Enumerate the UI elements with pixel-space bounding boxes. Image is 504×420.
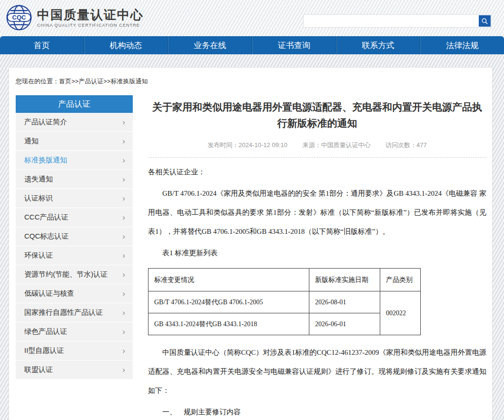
chevron-right-icon: › — [122, 118, 125, 126]
cell-standard-change: GB/T 4706.1-2024替代GB 4706.1-2005 — [148, 291, 309, 313]
standards-table: 标准变更情况新版标准实施日期产品类别 GB/T 4706.1-2024替代GB … — [148, 268, 421, 335]
nav-item[interactable]: 首页 — [0, 36, 84, 54]
chevron-right-icon: › — [122, 366, 125, 374]
paragraph-standards: GB/T 4706.1-2024《家用及类似用途电器的的安全 第1部分：通用要求… — [148, 184, 486, 241]
logo-title: 中国质量认证中心 — [37, 8, 144, 22]
nav-item[interactable]: 证书查询 — [252, 36, 336, 54]
sidebar: 产品认证 产品认证简介›通知›标准换版通知›遗失通知›认证标识›CCC产品认证›… — [16, 95, 133, 420]
breadcrumb-prefix: 您现在的位置： — [16, 78, 59, 85]
sidebar-item-label: 绿色产品认证 — [24, 327, 122, 336]
breadcrumb-link[interactable]: 产品认证 — [79, 78, 103, 85]
cell-product-category: 002022 — [380, 291, 421, 335]
sidebar-item[interactable]: 联盟认证› — [16, 360, 133, 380]
table-column-header: 产品类别 — [380, 269, 421, 291]
search-button[interactable] — [479, 15, 491, 27]
sidebar-item[interactable]: 产品认证简介› — [16, 113, 133, 132]
search-icon — [481, 18, 488, 25]
chevron-right-icon: › — [122, 347, 125, 355]
breadcrumb-link[interactable]: 首页 — [59, 78, 71, 85]
main-nav: 首页机构动态业务在线证书查询联系方式法律法规 — [0, 36, 504, 54]
sidebar-item-label: 遗失通知 — [24, 175, 122, 184]
sidebar-list: 产品认证简介›通知›标准换版通知›遗失通知›认证标识›CCC产品认证›CQC标志… — [16, 113, 133, 380]
nav-item[interactable]: 联系方式 — [336, 36, 420, 54]
sidebar-item[interactable]: 标准换版通知› — [16, 151, 133, 170]
cell-implementation-date: 2026-08-01 — [309, 291, 380, 313]
breadcrumb-separator: >> — [71, 78, 79, 85]
article-source: 来源：中国质量认证中心 — [302, 141, 370, 149]
chevron-right-icon: › — [122, 175, 125, 183]
sidebar-item[interactable]: 低碳认证与核查› — [16, 284, 133, 303]
sidebar-item[interactable]: 绿色产品认证› — [16, 322, 133, 341]
chevron-right-icon: › — [122, 232, 125, 240]
sidebar-item[interactable]: 资源节约(节能、节水)认证› — [16, 265, 133, 284]
logo-subtitle: CHINA QUALITY CERTIFICATION CENTRE — [37, 23, 144, 28]
section-heading-1: 一、 规则主要修订内容 — [148, 402, 486, 420]
sidebar-item[interactable]: 认证标识› — [16, 189, 133, 208]
sidebar-item-label: 通知 — [24, 137, 122, 146]
cqc-globe-icon: CQC — [6, 4, 32, 31]
sidebar-item-label: 标准换版通知 — [24, 156, 122, 165]
chevron-right-icon: › — [122, 290, 125, 298]
chevron-right-icon: › — [122, 309, 125, 317]
table-column-header: 标准变更情况 — [148, 269, 309, 291]
chevron-right-icon: › — [122, 251, 125, 260]
nav-item[interactable]: 业务在线 — [168, 36, 252, 54]
table-body: GB/T 4706.1-2024替代GB 4706.1-20052026-08-… — [148, 291, 421, 335]
logo[interactable]: CQC 中国质量认证中心 CHINA QUALITY CERTIFICATION… — [6, 4, 144, 31]
article-meta: 发布时间：2024-10-12 09:10 来源：中国质量认证中心 访问次数：4… — [148, 141, 486, 158]
nav-item[interactable]: 法律法规 — [420, 36, 504, 54]
publish-time: 发布时间：2024-10-12 09:10 — [208, 141, 287, 149]
chevron-right-icon: › — [122, 328, 125, 336]
chevron-right-icon: › — [122, 156, 125, 164]
article-title: 关于家用和类似用途电器用外置电源适配器、充电器和内置开关电源产品执行新版标准的通… — [148, 95, 486, 131]
breadcrumb-link[interactable]: 标准换版通知 — [110, 78, 148, 85]
site-header: CQC 中国质量认证中心 CHINA QUALITY CERTIFICATION… — [0, 0, 504, 36]
article: 关于家用和类似用途电器用外置电源适配器、充电器和内置开关电源产品执行新版标准的通… — [148, 95, 492, 420]
table-column-header: 新版标准实施日期 — [309, 269, 380, 291]
view-count: 访问次数：477 — [385, 141, 427, 149]
nav-item[interactable]: 机构动态 — [84, 36, 168, 54]
sidebar-item-label: 低碳认证与核查 — [24, 289, 122, 298]
sidebar-item[interactable]: 国家推行自愿性产品认证› — [16, 303, 133, 322]
sidebar-item[interactable]: CQC标志认证› — [16, 227, 133, 246]
sidebar-item-label: II型自愿认证 — [24, 346, 122, 355]
sidebar-item-label: 产品认证简介 — [24, 118, 122, 127]
paragraph-revision: 中国质量认证中心（简称CQC）对涉及表1标准的CQC12-461237-2009… — [148, 343, 486, 400]
salutation: 各相关认证企业： — [148, 162, 486, 181]
breadcrumb: 您现在的位置：首页>>产品认证>>标准换版通知 — [9, 68, 492, 95]
chevron-right-icon: › — [122, 213, 125, 221]
sidebar-item[interactable]: 通知› — [16, 132, 133, 151]
sidebar-title: 产品认证 — [16, 95, 133, 113]
table-row: GB/T 4706.1-2024替代GB 4706.1-20052026-08-… — [148, 291, 421, 313]
sidebar-item-label: 联盟认证 — [24, 365, 122, 374]
sidebar-item-label: 环保认证 — [24, 251, 122, 260]
cell-implementation-date: 2026-06-01 — [309, 313, 380, 335]
sidebar-item-label: 认证标识 — [24, 194, 122, 203]
sidebar-item[interactable]: II型自愿认证› — [16, 341, 133, 360]
content-row: 产品认证 产品认证简介›通知›标准换版通知›遗失通知›认证标识›CCC产品认证›… — [9, 95, 492, 420]
chevron-right-icon: › — [122, 270, 125, 279]
search-box — [303, 14, 492, 28]
sidebar-item[interactable]: CCC产品认证› — [16, 208, 133, 227]
sidebar-item-label: CQC标志认证 — [24, 232, 122, 241]
sidebar-item-label: 资源节约(节能、节水)认证 — [24, 270, 122, 279]
article-body: 各相关认证企业： GB/T 4706.1-2024《家用及类似用途电器的的安全 … — [148, 162, 486, 420]
table-row: GB 4343.1-2024替代GB 4343.1-20182026-06-01 — [148, 313, 421, 335]
breadcrumb-separator: >> — [103, 78, 110, 85]
sidebar-item-label: CCC产品认证 — [24, 213, 122, 222]
search-input[interactable] — [304, 15, 479, 27]
sidebar-item-label: 国家推行自愿性产品认证 — [24, 308, 122, 317]
sidebar-item[interactable]: 环保认证› — [16, 246, 133, 265]
logo-text: 中国质量认证中心 CHINA QUALITY CERTIFICATION CEN… — [37, 8, 144, 28]
cell-standard-change: GB 4343.1-2024替代GB 4343.1-2018 — [148, 313, 309, 335]
table-header-row: 标准变更情况新版标准实施日期产品类别 — [148, 269, 421, 291]
svg-text:CQC: CQC — [12, 14, 26, 21]
content-panel: 您现在的位置：首页>>产品认证>>标准换版通知 产品认证 产品认证简介›通知›标… — [9, 67, 493, 420]
chevron-right-icon: › — [122, 137, 125, 145]
chevron-right-icon: › — [122, 194, 125, 202]
table-caption: 表1 标准更新列表 — [148, 243, 486, 262]
sidebar-item[interactable]: 遗失通知› — [16, 170, 133, 189]
